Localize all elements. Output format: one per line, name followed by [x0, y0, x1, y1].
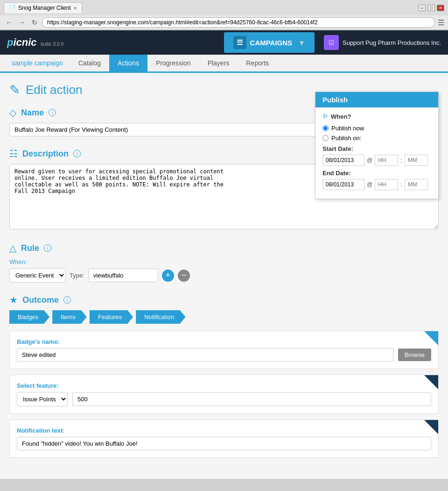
feature-row: Issue Points: [17, 392, 431, 406]
campaigns-label: CAMPAIGNS: [250, 39, 293, 47]
description-section-title: Description: [22, 149, 69, 159]
when-title: ⚐ When?: [322, 113, 431, 120]
tab-catalog[interactable]: Catalog: [70, 55, 109, 73]
browse-button[interactable]: Browse: [398, 349, 431, 361]
start-hour-input[interactable]: [375, 155, 398, 166]
when-label: When:: [9, 258, 439, 265]
feature-value-input[interactable]: [72, 392, 431, 406]
start-date-input[interactable]: [322, 155, 364, 166]
outcome-section: ★ Outcome i Badges Items Features Notifi…: [9, 294, 439, 458]
rule-icon: △: [9, 242, 16, 254]
main-content: ✎ Edit action Save Cancel ◇ Name i ☷ Des…: [0, 73, 448, 479]
campaign-name[interactable]: sample campaign: [5, 55, 70, 71]
org-button[interactable]: ☑ Support Pug Pharm Productions Inc.: [324, 35, 441, 50]
browser-chrome: 📄 Snog Manager Client ✕ ─ □ ✕ ← → ↻ ☰: [0, 0, 448, 30]
rule-section: △ Rule i When: Generic Event Type: + −: [9, 242, 439, 283]
name-section-title: Name: [21, 108, 44, 118]
tab-actions[interactable]: Actions: [109, 55, 147, 73]
end-hour-input[interactable]: [375, 179, 398, 190]
rule-row: Generic Event Type: + −: [9, 268, 439, 283]
type-input[interactable]: [88, 269, 158, 282]
start-date-label: Start Date:: [322, 145, 431, 152]
campaigns-icon: ☰: [233, 36, 246, 49]
publish-popup: Publish ⚐ When? Publish now Publish on: …: [315, 92, 439, 199]
window-controls: ─ □ ✕: [418, 5, 444, 11]
back-button[interactable]: ←: [4, 18, 14, 27]
name-icon: ◇: [9, 107, 16, 118]
logo: picnic build: 0.0.9: [7, 36, 63, 49]
when-title-label: When?: [331, 113, 351, 120]
tab-reports[interactable]: Reports: [238, 55, 277, 73]
description-info-icon[interactable]: i: [73, 150, 81, 157]
rule-info-icon[interactable]: i: [44, 244, 51, 252]
rule-section-title: Rule: [21, 243, 39, 253]
content-with-popup: ✎ Edit action Save Cancel ◇ Name i ☷ Des…: [9, 82, 439, 458]
badge-name-input[interactable]: [17, 348, 393, 362]
outcome-section-title: Outcome: [22, 295, 59, 305]
notification-label: Notification text:: [17, 427, 431, 434]
feature-corner-accent: [424, 375, 438, 389]
app-header: picnic build: 0.0.9 ☰ CAMPAIGNS ▼ ☑ Supp…: [0, 30, 448, 55]
badges-tab[interactable]: Badges: [9, 310, 49, 324]
notification-input[interactable]: [17, 437, 431, 450]
tab-players[interactable]: Players: [199, 55, 238, 73]
nav-tabs: sample campaign Catalog Actions Progress…: [0, 55, 448, 73]
feature-select[interactable]: Issue Points: [17, 392, 68, 406]
outcome-section-header: ★ Outcome i: [9, 294, 439, 306]
badge-corner-accent: [424, 331, 438, 345]
publish-on-row: Publish on:: [322, 135, 431, 142]
browser-menu-icon[interactable]: ☰: [438, 18, 444, 27]
publish-on-radio[interactable]: [322, 135, 329, 141]
start-minute-input[interactable]: [405, 155, 428, 166]
end-at-label: @: [367, 181, 372, 188]
org-label: Support Pug Pharm Productions Inc.: [343, 39, 441, 46]
outcome-info-icon[interactable]: i: [63, 296, 71, 304]
badge-name-label: Badge's name:: [17, 338, 431, 345]
tab-favicon: 📄: [9, 5, 16, 11]
end-date-label: End Date:: [322, 170, 431, 177]
logo-text: picnic: [7, 36, 37, 48]
name-info-icon[interactable]: i: [49, 109, 56, 116]
end-date-row: @ :: [322, 179, 431, 190]
start-at-label: @: [367, 157, 372, 164]
rule-section-header: △ Rule i: [9, 242, 439, 254]
title-bar: 📄 Snog Manager Client ✕ ─ □ ✕: [0, 0, 448, 15]
start-date-row: @ :: [322, 155, 431, 166]
outcome-icon: ★: [9, 294, 18, 306]
refresh-button[interactable]: ↻: [30, 18, 39, 27]
campaigns-button[interactable]: ☰ CAMPAIGNS ▼: [224, 32, 315, 53]
time-separator: :: [400, 157, 402, 164]
publish-body: ⚐ When? Publish now Publish on: Start Da…: [315, 107, 438, 199]
publish-now-radio[interactable]: [322, 125, 329, 131]
feature-card: Select feature: Issue Points: [9, 375, 439, 414]
publish-now-label: Publish now: [331, 125, 364, 132]
address-input[interactable]: [42, 17, 435, 28]
feature-select-label: Select feature:: [17, 382, 431, 389]
type-label: Type:: [70, 272, 84, 279]
forward-button[interactable]: →: [17, 18, 27, 27]
features-tab[interactable]: Features: [90, 310, 133, 324]
end-time-separator: :: [400, 181, 402, 188]
badge-card: Badge's name: Browse: [9, 331, 439, 369]
end-date-input[interactable]: [322, 179, 364, 190]
outcome-tabs: Badges Items Features Notification: [9, 310, 439, 324]
badge-row: Browse: [17, 348, 431, 362]
browser-tab[interactable]: 📄 Snog Manager Client ✕: [4, 2, 82, 13]
publish-now-row: Publish now: [322, 125, 431, 132]
publish-header: Publish: [315, 92, 438, 107]
tab-title: Snog Manager Client: [18, 5, 71, 11]
notification-tab[interactable]: Notification: [136, 310, 185, 324]
address-bar: ← → ↻ ☰: [0, 15, 448, 30]
close-button[interactable]: ✕: [437, 5, 444, 11]
items-tab[interactable]: Items: [52, 310, 87, 324]
minimize-button[interactable]: ─: [418, 5, 426, 11]
add-rule-button[interactable]: +: [162, 270, 174, 282]
notification-corner-accent: [424, 420, 438, 434]
event-select[interactable]: Generic Event: [9, 268, 66, 283]
tab-close-icon[interactable]: ✕: [73, 6, 77, 11]
remove-rule-button[interactable]: −: [178, 270, 190, 282]
tab-progression[interactable]: Progression: [147, 55, 199, 73]
maximize-button[interactable]: □: [427, 5, 435, 11]
end-minute-input[interactable]: [405, 179, 428, 190]
notification-card: Notification text:: [9, 420, 439, 458]
